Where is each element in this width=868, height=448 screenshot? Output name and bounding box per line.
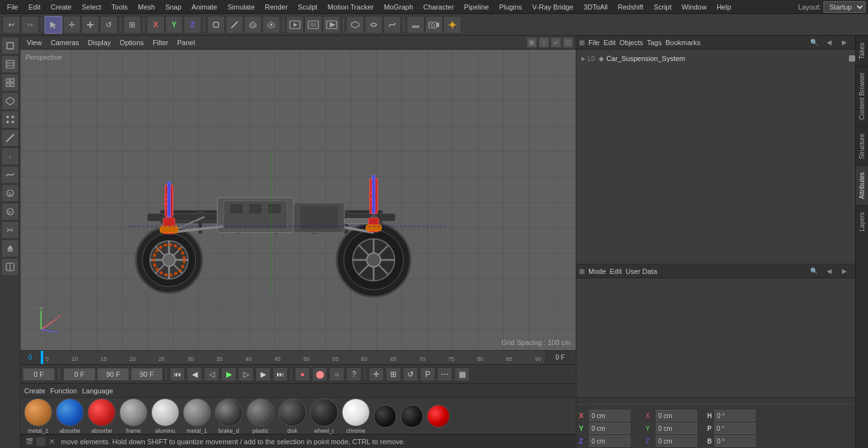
- coord-y-pos[interactable]: [589, 423, 630, 434]
- vp-menu-cameras[interactable]: Cameras: [47, 37, 83, 48]
- objects-menu-objects[interactable]: Objects: [620, 39, 643, 46]
- material-frame[interactable]: frame: [119, 398, 147, 434]
- menu-animate[interactable]: Animate: [187, 2, 222, 12]
- objects-menu-tags[interactable]: Tags: [647, 39, 661, 46]
- mode-object[interactable]: [1, 37, 19, 55]
- material-dark1[interactable]: [374, 405, 397, 428]
- tab-attributes[interactable]: Attributes: [856, 165, 868, 205]
- tab-layers[interactable]: Layers: [856, 205, 868, 238]
- close-icon[interactable]: ✕: [47, 437, 57, 447]
- material-red-small[interactable]: [427, 405, 450, 428]
- object-mode-button[interactable]: [207, 16, 225, 34]
- x-axis-button[interactable]: X: [147, 16, 165, 34]
- go-start-button[interactable]: ⏮: [170, 367, 185, 381]
- material-dark2[interactable]: [400, 405, 423, 428]
- vp-menu-panel[interactable]: Panel: [173, 37, 199, 48]
- material-brake[interactable]: brake_d: [215, 398, 243, 434]
- coord-b-val[interactable]: [714, 435, 756, 447]
- menu-mesh[interactable]: Mesh: [133, 2, 159, 12]
- render-view-button[interactable]: [286, 16, 304, 34]
- objects-menu-bookmarks[interactable]: Bookmarks: [665, 39, 700, 46]
- undo-button[interactable]: ↩: [3, 16, 20, 34]
- object-row-car[interactable]: ▶ L0 ◈ Car_Suspension_System: [579, 52, 865, 65]
- material-metal2[interactable]: metal_2: [24, 398, 52, 434]
- coord-z-rot[interactable]: [656, 435, 697, 447]
- menu-mograph[interactable]: MoGraph: [379, 2, 417, 12]
- objects-search-icon[interactable]: 🔍: [808, 37, 820, 48]
- prev-frame-button[interactable]: ◀: [187, 367, 202, 381]
- menu-3dto[interactable]: 3DToAll: [579, 2, 612, 12]
- status-icon-2[interactable]: [36, 437, 45, 446]
- select-tool-button[interactable]: [44, 16, 62, 34]
- mode-poly[interactable]: [1, 92, 19, 110]
- material-absorbe-blue[interactable]: absorbe: [56, 398, 84, 434]
- mat-menu-create[interactable]: Create: [24, 387, 45, 395]
- mode-point[interactable]: [1, 111, 19, 128]
- menu-simulate[interactable]: Simulate: [223, 2, 259, 12]
- objects-menu-edit[interactable]: Edit: [604, 39, 616, 46]
- auto-key-button[interactable]: ⬤: [312, 367, 327, 381]
- coord-x-rot[interactable]: [656, 410, 697, 421]
- scale-tool-button[interactable]: [81, 16, 99, 34]
- bend-tool[interactable]: ↓: [1, 147, 19, 165]
- tab-structure[interactable]: Structure: [856, 126, 868, 166]
- material-metal1[interactable]: metal_1: [183, 398, 211, 434]
- vp-icon-2[interactable]: ↕: [539, 37, 549, 48]
- menu-plugins[interactable]: Plugins: [494, 2, 526, 12]
- current-frame-input[interactable]: [23, 368, 55, 381]
- move-tool-button[interactable]: ✛: [63, 16, 81, 34]
- add-object-button[interactable]: [346, 16, 364, 34]
- coord-y-rot[interactable]: [656, 423, 697, 434]
- material-plastic[interactable]: plastic: [247, 398, 275, 434]
- menu-create[interactable]: Create: [46, 2, 76, 12]
- menu-motion-tracker[interactable]: Motion Tracker: [323, 2, 378, 12]
- render-region-button[interactable]: [304, 16, 322, 34]
- menu-render[interactable]: Render: [261, 2, 292, 12]
- next-key-button[interactable]: ▷: [238, 367, 254, 381]
- grid-key-button[interactable]: ⋯: [437, 367, 452, 381]
- attr-collapse-icon[interactable]: ◀: [824, 266, 835, 277]
- record-button[interactable]: ●: [295, 367, 310, 381]
- prev-key-button[interactable]: ◁: [204, 367, 219, 381]
- extrude-tool[interactable]: [1, 240, 19, 257]
- objects-expand-icon[interactable]: ▶: [839, 37, 850, 48]
- timeline-ruler[interactable]: 5 10 15 20 25 30 35 40 45 50 55 60: [41, 351, 576, 364]
- rotate-tool-button[interactable]: ↺: [100, 16, 118, 34]
- help-button[interactable]: ?: [346, 367, 362, 381]
- menu-file[interactable]: File: [3, 2, 23, 12]
- mat-menu-function[interactable]: Function: [50, 387, 77, 395]
- menu-edit[interactable]: Edit: [24, 2, 45, 12]
- poly-mode-button[interactable]: [244, 16, 262, 34]
- camera-button[interactable]: [425, 16, 443, 34]
- attr-menu-mode[interactable]: Mode: [588, 268, 606, 275]
- coord-h-val[interactable]: [714, 410, 756, 421]
- next-frame-button[interactable]: ▶: [255, 367, 271, 381]
- layout-dropdown[interactable]: Startup: [824, 1, 865, 13]
- coord-x-pos[interactable]: [589, 410, 630, 421]
- vp-icon-1[interactable]: ⊞: [527, 37, 537, 48]
- smooth-tool[interactable]: [1, 166, 19, 184]
- play-button[interactable]: ▶: [221, 367, 236, 381]
- attr-menu-userdata[interactable]: User Data: [626, 268, 658, 275]
- mode-grid[interactable]: [1, 74, 19, 92]
- tab-content-browser[interactable]: Content Browser: [856, 65, 868, 126]
- cinema4d-icon[interactable]: 🎬: [24, 437, 34, 447]
- knife-tool[interactable]: ✂: [1, 221, 19, 239]
- material-chrome[interactable]: chrome: [342, 398, 370, 434]
- material-aluminu[interactable]: aluminu: [151, 398, 179, 434]
- preview-end-input[interactable]: [131, 368, 163, 381]
- spline-button[interactable]: [383, 16, 401, 34]
- paint-tool[interactable]: P: [1, 203, 19, 221]
- menu-pipeline[interactable]: Pipeline: [459, 2, 493, 12]
- attr-expand-icon[interactable]: ▶: [839, 266, 850, 277]
- mat-menu-language[interactable]: Language: [82, 387, 113, 395]
- coord-p-val[interactable]: [714, 423, 756, 434]
- timeline[interactable]: 0 5 10 15 20 25 30 35 40: [20, 350, 576, 364]
- add-key-button[interactable]: ✛: [369, 367, 384, 381]
- objects-content[interactable]: ▶ L0 ◈ Car_Suspension_System: [576, 50, 868, 264]
- material-disk[interactable]: disk: [278, 398, 306, 434]
- key-button[interactable]: ○: [329, 367, 344, 381]
- material-absorbe-red[interactable]: absorbe: [88, 398, 116, 434]
- loop-key-button[interactable]: ↺: [403, 367, 418, 381]
- menu-redshift[interactable]: Redshift: [613, 2, 648, 12]
